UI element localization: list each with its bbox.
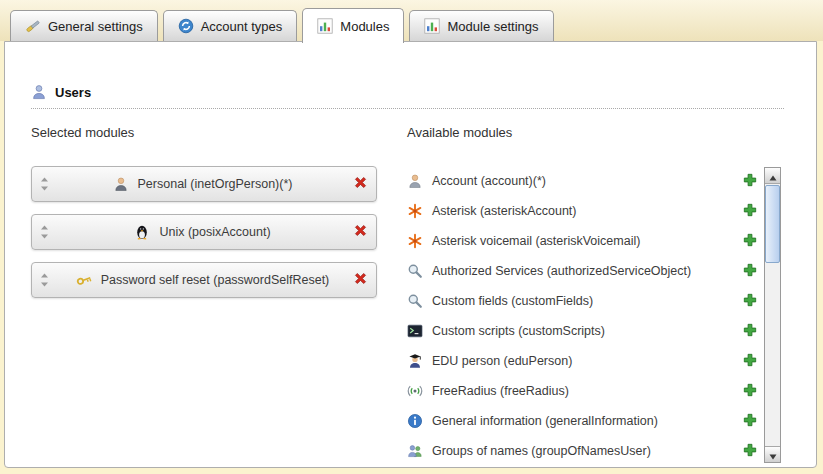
module-label: FreeRadius (freeRadius) bbox=[432, 384, 734, 398]
tux-icon bbox=[134, 224, 150, 240]
user-icon bbox=[31, 84, 47, 100]
module-label: EDU person (eduPerson) bbox=[432, 354, 734, 368]
selected-modules-heading: Selected modules bbox=[31, 125, 377, 145]
add-module-button[interactable] bbox=[743, 413, 757, 430]
available-module-row: EDU person (eduPerson) bbox=[407, 346, 757, 376]
sort-handle-icon[interactable] bbox=[40, 273, 52, 287]
selected-module-row: Personal (inetOrgPerson)(*) bbox=[31, 166, 377, 202]
module-label: Asterisk voicemail (asteriskVoicemail) bbox=[432, 234, 734, 248]
remove-module-button[interactable] bbox=[353, 223, 368, 241]
tab-label: Modules bbox=[340, 19, 389, 34]
tab-label: Account types bbox=[201, 19, 283, 34]
selected-module-row: Password self reset (passwordSelfReset) bbox=[31, 262, 377, 298]
module-label: Groups of names (groupOfNamesUser) bbox=[432, 444, 734, 458]
scroll-down-button[interactable] bbox=[765, 446, 780, 462]
available-module-row: Authorized Services (authorizedServiceOb… bbox=[407, 256, 757, 286]
tab-label: Module settings bbox=[447, 19, 538, 34]
module-label: General information (generalInformation) bbox=[432, 414, 734, 428]
user-suit-icon bbox=[113, 176, 129, 192]
add-icon bbox=[743, 323, 757, 340]
add-module-button[interactable] bbox=[743, 263, 757, 280]
selected-module-row: Unix (posixAccount) bbox=[31, 214, 377, 250]
add-icon bbox=[743, 263, 757, 280]
selected-modules-list: Personal (inetOrgPerson)(*) Unix (posixA… bbox=[31, 166, 377, 298]
tab-label: General settings bbox=[48, 19, 143, 34]
key-icon bbox=[76, 272, 92, 288]
module-label: Personal (inetOrgPerson)(*) bbox=[138, 177, 293, 191]
available-module-row: Groups of names (groupOfNamesUser) bbox=[407, 436, 757, 466]
modules-config-panel: Users Selected modules Personal (inetOrg… bbox=[4, 41, 817, 468]
tab-bar: General settings Account types Modules M… bbox=[10, 8, 554, 41]
chart-icon bbox=[424, 18, 440, 34]
scroll-up-button[interactable] bbox=[765, 168, 780, 184]
module-label: Account (account)(*) bbox=[432, 174, 734, 188]
available-module-row: Custom fields (customFields) bbox=[407, 286, 757, 316]
asterisk-icon bbox=[407, 203, 423, 219]
add-icon bbox=[743, 443, 757, 460]
script-icon bbox=[407, 323, 423, 339]
add-icon bbox=[743, 233, 757, 250]
tab-account-types[interactable]: Account types bbox=[163, 10, 298, 41]
tab-modules[interactable]: Modules bbox=[302, 8, 404, 43]
arrow-up-icon bbox=[769, 167, 777, 185]
sort-handle-icon[interactable] bbox=[40, 225, 52, 239]
magnifier-icon bbox=[407, 293, 423, 309]
edu-person-icon bbox=[407, 353, 423, 369]
lam-modules-page: General settings Account types Modules M… bbox=[0, 0, 823, 474]
info-icon bbox=[407, 413, 423, 429]
remove-module-button[interactable] bbox=[353, 271, 368, 289]
add-icon bbox=[743, 413, 757, 430]
refresh-icon bbox=[178, 18, 194, 34]
remove-icon bbox=[353, 223, 368, 241]
chart-icon bbox=[317, 18, 333, 34]
module-label: Custom scripts (customScripts) bbox=[432, 324, 734, 338]
antenna-icon bbox=[407, 383, 423, 399]
available-module-row: Asterisk (asteriskAccount) bbox=[407, 196, 757, 226]
modules-columns: Selected modules Personal (inetOrgPerson… bbox=[31, 125, 816, 466]
add-icon bbox=[743, 203, 757, 220]
add-module-button[interactable] bbox=[743, 323, 757, 340]
remove-icon bbox=[353, 175, 368, 193]
available-modules-heading: Available modules bbox=[407, 125, 781, 145]
user-gray-icon bbox=[407, 173, 423, 189]
users-section-title: Users bbox=[55, 85, 91, 100]
module-label: Asterisk (asteriskAccount) bbox=[432, 204, 734, 218]
add-module-button[interactable] bbox=[743, 173, 757, 190]
module-label: Authorized Services (authorizedServiceOb… bbox=[432, 264, 734, 278]
add-icon bbox=[743, 383, 757, 400]
available-modules-list: Account (account)(*) Asterisk (asteriskA… bbox=[407, 166, 757, 466]
arrow-down-icon bbox=[769, 446, 777, 464]
tab-module-settings[interactable]: Module settings bbox=[409, 10, 553, 41]
available-module-row: General information (generalInformation) bbox=[407, 406, 757, 436]
add-module-button[interactable] bbox=[743, 443, 757, 460]
selected-modules-column: Selected modules Personal (inetOrgPerson… bbox=[31, 125, 377, 466]
module-label: Password self reset (passwordSelfReset) bbox=[101, 273, 330, 287]
asterisk-icon bbox=[407, 233, 423, 249]
available-module-row: Custom scripts (customScripts) bbox=[407, 316, 757, 346]
add-module-button[interactable] bbox=[743, 293, 757, 310]
scroll-thumb[interactable] bbox=[765, 185, 780, 263]
module-label: Custom fields (customFields) bbox=[432, 294, 734, 308]
magnifier-icon bbox=[407, 263, 423, 279]
remove-icon bbox=[353, 271, 368, 289]
tab-general-settings[interactable]: General settings bbox=[10, 10, 158, 41]
available-module-row: FreeRadius (freeRadius) bbox=[407, 376, 757, 406]
add-module-button[interactable] bbox=[743, 233, 757, 250]
wrench-icon bbox=[25, 18, 41, 34]
available-modules-scrollbar[interactable] bbox=[764, 167, 781, 463]
add-module-button[interactable] bbox=[743, 203, 757, 220]
add-module-button[interactable] bbox=[743, 353, 757, 370]
add-icon bbox=[743, 173, 757, 190]
add-icon bbox=[743, 353, 757, 370]
available-module-row: Asterisk voicemail (asteriskVoicemail) bbox=[407, 226, 757, 256]
available-module-row: Account (account)(*) bbox=[407, 166, 757, 196]
add-icon bbox=[743, 293, 757, 310]
module-label: Unix (posixAccount) bbox=[159, 225, 270, 239]
available-modules-column: Available modules Account (account)(*) A… bbox=[407, 125, 781, 466]
sort-handle-icon[interactable] bbox=[40, 177, 52, 191]
group-icon bbox=[407, 443, 423, 459]
add-module-button[interactable] bbox=[743, 383, 757, 400]
remove-module-button[interactable] bbox=[353, 175, 368, 193]
users-section-header: Users bbox=[31, 84, 784, 109]
